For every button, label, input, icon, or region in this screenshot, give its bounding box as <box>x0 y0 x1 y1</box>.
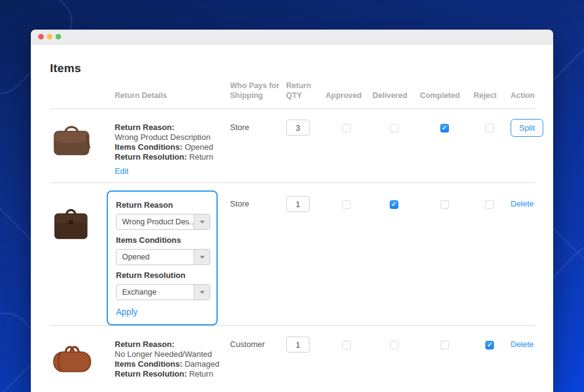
close-button[interactable] <box>38 34 44 39</box>
app-window: Items Return Details Who Pays for Shippi… <box>31 30 553 392</box>
return-resolution-label: Return Resolution: <box>115 152 187 161</box>
delete-link[interactable]: Delete <box>511 199 534 208</box>
page-title: Items <box>50 62 535 75</box>
edit-link[interactable]: Edit <box>115 166 128 176</box>
col-header-action: Action <box>511 91 541 101</box>
return-reason-value: No Longer Needed/Wanted <box>115 349 225 359</box>
approved-checkbox[interactable] <box>342 341 351 349</box>
delivered-checkbox[interactable] <box>390 124 398 133</box>
items-conditions-label: Items Conditions: <box>115 142 183 152</box>
table-row: Return Reason: Wrong Product Description… <box>50 109 535 183</box>
return-details: Return Reason: No Longer Needed/Wanted I… <box>115 326 230 392</box>
col-header-completed: Completed <box>420 91 474 101</box>
return-reason-value: Wrong Product Description <box>115 133 225 142</box>
col-header-who-pays: Who Pays for Shipping <box>230 81 286 100</box>
who-pays-value: Customer <box>230 326 286 392</box>
window-titlebar <box>31 30 553 44</box>
completed-checkbox[interactable] <box>440 341 449 349</box>
return-details: Return Reason: Wrong Product Description… <box>115 109 230 182</box>
return-resolution-label: Return Resolution <box>116 271 208 280</box>
items-conditions-value: Opened <box>184 142 213 152</box>
who-pays-value: Store <box>230 183 286 325</box>
table-row: Return Reason: No Longer Needed/Wanted I… <box>50 326 535 392</box>
completed-checkbox[interactable] <box>440 124 449 133</box>
items-page: Items Return Details Who Pays for Shippi… <box>31 62 553 392</box>
return-qty-cell <box>286 109 326 182</box>
reject-checkbox[interactable] <box>485 200 494 209</box>
col-header-delivered: Delivered <box>372 91 420 101</box>
return-qty-input[interactable] <box>286 120 310 136</box>
return-resolution-label: Return Resolution: <box>115 369 187 378</box>
table-header-row: Return Details Who Pays for Shipping Ret… <box>50 81 535 109</box>
reject-checkbox[interactable] <box>485 124 494 133</box>
delivered-checkbox[interactable] <box>390 341 398 349</box>
chevron-down-icon <box>194 285 210 300</box>
return-edit-panel: Return Reason Wrong Product Des... Items… <box>107 190 218 325</box>
minimize-button[interactable] <box>47 34 52 39</box>
completed-checkbox[interactable] <box>440 200 449 209</box>
apply-link[interactable]: Apply <box>116 307 138 317</box>
return-qty-cell <box>286 326 326 392</box>
col-header-reject: Reject <box>474 91 511 101</box>
selected-value: Exchange <box>117 288 194 296</box>
col-header-return-details: Return Details <box>115 91 230 101</box>
selected-value: Wrong Product Des... <box>117 218 194 226</box>
maximize-button[interactable] <box>56 34 61 39</box>
return-resolution-select[interactable]: Exchange <box>116 284 210 300</box>
delivered-checkbox[interactable] <box>390 200 398 209</box>
return-qty-input[interactable] <box>286 196 310 212</box>
return-reason-label: Return Reason <box>116 200 208 210</box>
reject-checkbox[interactable] <box>485 341 494 349</box>
return-reason-select[interactable]: Wrong Product Des... <box>116 214 210 230</box>
split-button[interactable]: Split <box>511 119 543 137</box>
return-resolution-value: Return <box>189 152 213 161</box>
return-qty-input[interactable] <box>286 337 310 353</box>
col-header-return-qty: Return QTY <box>286 81 326 100</box>
return-reason-label: Return Reason: <box>115 340 225 349</box>
product-image-duffel-bag <box>50 326 115 392</box>
items-conditions-select[interactable]: Opened <box>116 249 210 265</box>
product-image-dark-briefcase <box>50 183 115 325</box>
items-conditions-value: Damaged <box>184 359 219 369</box>
selected-value: Opened <box>117 253 194 261</box>
items-conditions-label: Items Conditions: <box>115 359 183 369</box>
table-row: Return Reason Wrong Product Des... Items… <box>50 183 535 326</box>
col-header-approved: Approved <box>326 91 372 101</box>
chevron-down-icon <box>194 250 210 264</box>
delete-link[interactable]: Delete <box>511 340 534 349</box>
return-details-editor-cell: Return Reason Wrong Product Des... Items… <box>115 183 230 325</box>
chevron-down-icon <box>194 214 210 229</box>
approved-checkbox[interactable] <box>342 200 351 209</box>
return-reason-label: Return Reason: <box>115 123 225 133</box>
items-conditions-label: Items Conditions <box>116 235 208 245</box>
return-qty-cell <box>286 183 326 325</box>
approved-checkbox[interactable] <box>342 124 351 133</box>
return-resolution-value: Return <box>189 369 213 378</box>
product-image-briefcase <box>50 109 115 182</box>
who-pays-value: Store <box>230 109 286 182</box>
